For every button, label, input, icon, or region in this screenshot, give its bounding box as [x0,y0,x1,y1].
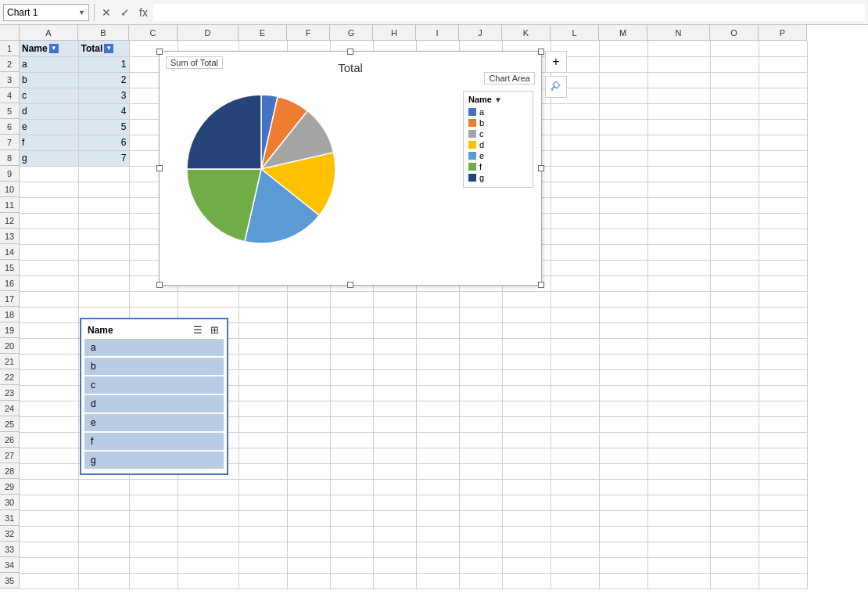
col-header-c[interactable]: C [129,25,178,41]
cell-r35-c12[interactable] [551,573,599,589]
cell-r7-c12[interactable] [551,135,599,150]
cell-r22-c15[interactable] [710,369,759,385]
cell-r6-c16[interactable] [759,119,807,135]
cell-r34-c12[interactable] [551,557,599,573]
col-header-a[interactable]: A [20,25,78,41]
cell-r19-c11[interactable] [502,322,551,338]
cell-r32-c1[interactable] [20,526,78,542]
cell-r20-c9[interactable] [416,338,459,354]
cell-r14-c14[interactable] [647,244,710,260]
cell-r17-c10[interactable] [459,291,502,307]
cell-r6-c14[interactable] [647,119,710,135]
cell-r28-c11[interactable] [502,463,551,479]
cell-r26-c6[interactable] [287,432,330,448]
cell-r12-c2[interactable] [78,213,129,229]
cell-r10-c1[interactable] [20,182,78,197]
cell-r21-c13[interactable] [599,354,647,369]
row-num-22[interactable]: 22 [0,369,20,385]
fx-icon[interactable]: fx [137,6,150,19]
cell-r34-c1[interactable] [20,557,78,573]
cell-r30-c12[interactable] [551,495,599,510]
cell-r18-c15[interactable] [710,307,759,322]
col-header-b[interactable]: B [78,25,129,41]
row-num-11[interactable]: 11 [0,197,20,213]
cell-r29-c12[interactable] [551,479,599,495]
cell-r33-c9[interactable] [416,542,459,557]
col-header-h[interactable]: H [373,25,416,41]
cell-r5-c15[interactable] [710,103,759,119]
select-all-filter-button[interactable]: ☰ [192,324,204,336]
row-num-23[interactable]: 23 [0,385,20,401]
cell-r35-c8[interactable] [373,573,416,589]
filter-item-b[interactable]: b [84,358,224,375]
cell-r21-c15[interactable] [710,354,759,369]
cell-r13-c14[interactable] [647,229,710,244]
col-header-k[interactable]: K [502,25,551,41]
cell-r14-c13[interactable] [599,244,647,260]
cell-r30-c6[interactable] [287,495,330,510]
cell-r25-c7[interactable] [330,416,373,432]
cell-r30-c9[interactable] [416,495,459,510]
cell-r15-c13[interactable] [599,260,647,275]
cell-r31-c4[interactable] [178,510,239,526]
cell-r34-c7[interactable] [330,557,373,573]
cell-r35-c15[interactable] [710,573,759,589]
row-num-6[interactable]: 6 [0,119,20,135]
cell-r27-c6[interactable] [287,448,330,463]
cell-r20-c12[interactable] [551,338,599,354]
cell-r35-c9[interactable] [416,573,459,589]
cell-r6-c13[interactable] [599,119,647,135]
cell-r28-c8[interactable] [373,463,416,479]
cell-r6-c12[interactable] [551,119,599,135]
cell-r24-c16[interactable] [759,401,807,416]
cell-r9-c12[interactable] [551,166,599,182]
cell-r23-c12[interactable] [551,385,599,401]
row-num-32[interactable]: 32 [0,526,20,542]
cell-r13-c15[interactable] [710,229,759,244]
cell-r32-c2[interactable] [78,526,129,542]
cell-r33-c11[interactable] [502,542,551,557]
cell-r8-c12[interactable] [551,150,599,166]
cell-r1-c15[interactable] [710,41,759,56]
cell-r25-c14[interactable] [647,416,710,432]
cell-r11-c2[interactable] [78,197,129,213]
cell-r34-c14[interactable] [647,557,710,573]
cell-r11-c14[interactable] [647,197,710,213]
cell-r33-c10[interactable] [459,542,502,557]
cell-r35-c6[interactable] [287,573,330,589]
chart-area-label[interactable]: Chart Area [484,72,535,85]
cell-r27-c13[interactable] [599,448,647,463]
cell-r17-c4[interactable] [178,291,239,307]
row-num-7[interactable]: 7 [0,135,20,150]
resize-tr[interactable] [538,49,544,55]
cell-r4-c15[interactable] [710,88,759,103]
cell-r35-c11[interactable] [502,573,551,589]
cell-r13-c16[interactable] [759,229,807,244]
cell-r3-c16[interactable] [759,72,807,88]
cell-r15-c16[interactable] [759,260,807,275]
cell-r27-c1[interactable] [20,448,78,463]
cell-r9-c2[interactable] [78,166,129,182]
cell-r31-c6[interactable] [287,510,330,526]
cell-r27-c15[interactable] [710,448,759,463]
row-num-35[interactable]: 35 [0,573,20,589]
cell-r22-c6[interactable] [287,369,330,385]
cell-r32-c16[interactable] [759,526,807,542]
row-num-30[interactable]: 30 [0,495,20,510]
filter-item-e[interactable]: e [84,414,224,431]
col-header-m[interactable]: M [599,25,647,41]
cell-r25-c6[interactable] [287,416,330,432]
cell-r23-c10[interactable] [459,385,502,401]
cell-r19-c9[interactable] [416,322,459,338]
cell-r20-c16[interactable] [759,338,807,354]
cell-r21-c6[interactable] [287,354,330,369]
cell-r29-c4[interactable] [178,479,239,495]
cell-r34-c6[interactable] [287,557,330,573]
cell-r32-c7[interactable] [330,526,373,542]
cell-r8-c1[interactable]: g [20,150,78,166]
cell-r18-c14[interactable] [647,307,710,322]
cell-r23-c14[interactable] [647,385,710,401]
cell-r10-c16[interactable] [759,182,807,197]
cell-r2-c15[interactable] [710,56,759,72]
cell-r31-c14[interactable] [647,510,710,526]
